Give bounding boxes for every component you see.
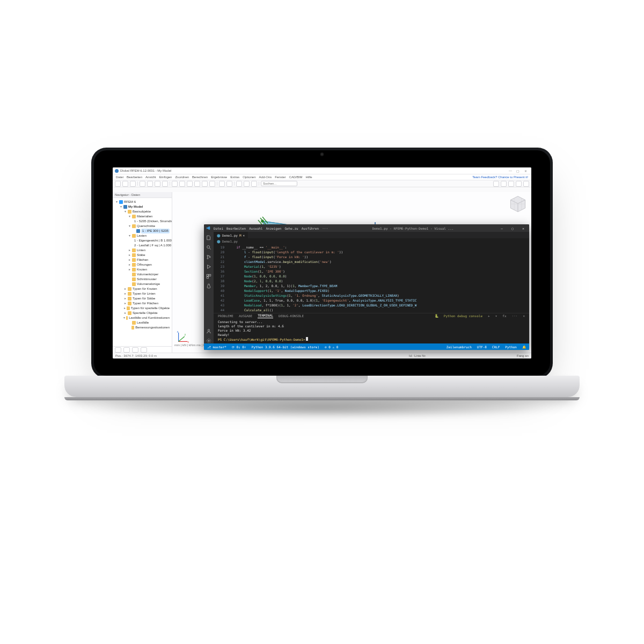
toolbar-button[interactable] [140,181,145,187]
status-wrap[interactable]: Zeilenumbruch [447,345,472,349]
status-python[interactable]: Python 3.9.6 64-bit (windows store) [252,345,319,349]
tree-row[interactable]: ▾Lasten [115,233,170,238]
menu-item[interactable]: Hilfe [306,175,312,179]
navigator-tab[interactable] [123,347,130,353]
tree-row[interactable]: 2 - Lastfall | F sq | A 1.000 sq | T ... [115,243,170,248]
menu-item[interactable]: Ausführen [302,226,319,230]
account-icon[interactable] [206,328,211,334]
toolbar-button[interactable] [179,181,185,187]
toolbar-button[interactable] [130,181,136,187]
editor-tabs[interactable]: ⬤ Demo1.py M × [214,232,529,238]
search-icon[interactable] [206,245,211,250]
toolbar-button[interactable] [236,181,242,187]
extensions-icon[interactable] [206,274,211,279]
rfem-menubar[interactable]: Datei Bearbeiten Ansicht Einfügen Zuordn… [113,174,531,180]
window-maximize-button[interactable]: ▢ [509,226,516,230]
tree-row[interactable]: Schnittmuster [115,277,170,282]
menu-item[interactable]: Gehe.zu [284,226,298,230]
menu-item[interactable]: Auswahl [249,226,262,230]
split-terminal-button[interactable]: fx [502,314,506,318]
vscode-panel[interactable]: PROBLEME AUSGABE TERMINAL DEBUG-KONSOLE … [214,313,529,343]
toolbar-button[interactable] [155,181,160,187]
status-branch[interactable]: ⎇ master* [207,345,226,349]
tree-row[interactable]: ▾RFEM 6 [115,200,170,204]
tree-row[interactable]: Volumenabzüge [115,282,170,287]
menu-item[interactable]: Bearbeiten [226,226,246,230]
tree-row[interactable]: Volumenkörper [115,272,170,277]
new-terminal-button[interactable]: + [488,314,490,318]
terminal-dropdown-button[interactable]: ▾ [495,314,497,318]
vscode-activity-bar[interactable] [204,232,214,343]
tree-row[interactable]: 1 - S235 (Dicken, Stromdichte ... [115,219,170,224]
explorer-icon[interactable] [206,235,211,240]
toolbar-search-input[interactable] [261,181,297,186]
menu-item[interactable]: Bearbeiten [127,175,142,179]
code-content[interactable]: if __name__ == '__main__': l - float(inp… [226,244,529,313]
status-notifications[interactable]: 🔔 [522,345,526,349]
toolbar-button[interactable] [122,181,128,187]
vscode-window[interactable]: Datei Bearbeiten Auswahl Anzeigen Gehe.z… [204,224,529,350]
toolbar-button[interactable] [219,181,225,187]
menu-item[interactable]: CAD/BIM [289,175,303,179]
window-minimize-button[interactable]: — [507,169,514,172]
toolbar-button[interactable] [493,181,499,187]
source-control-icon[interactable] [206,254,211,260]
toolbar-button[interactable] [501,181,507,187]
rfem-toolbar-1[interactable] [113,180,531,187]
feedback-link[interactable]: Team Feedback? Chance to Present it! [472,175,528,179]
tree-row[interactable]: ▸Linien [115,248,170,253]
panel-tab-active[interactable]: TERMINAL [258,313,273,318]
tree-row[interactable]: ▾My Model [115,204,170,209]
menu-item[interactable]: Ansicht [145,175,156,179]
menu-item[interactable]: Datei [116,175,123,179]
toolbar-button[interactable] [202,181,208,187]
tree-row[interactable]: 1 - Eigengewicht | B 1.000 sq | T ... [115,238,170,243]
vscode-menubar[interactable]: Datei Bearbeiten Auswahl Anzeigen Gehe.z… [214,226,328,230]
code-area[interactable]: 1920212223363738394041424344454647 if __… [214,244,529,313]
panel-close-button[interactable]: × [523,314,525,318]
toolbar-button[interactable] [523,181,529,187]
window-close-button[interactable]: ✕ [522,169,529,173]
toolbar-button[interactable] [244,181,250,187]
navigator-tree[interactable]: ▾RFEM 6▾My Model▾Basisobjekte▾Materialie… [113,198,172,346]
panel-tabs[interactable]: PROBLEME AUSGABE TERMINAL DEBUG-KONSOLE … [214,313,529,318]
tree-row[interactable]: Lastfälle [115,320,170,325]
toolbar-button[interactable] [209,181,215,187]
navigator-tab[interactable] [132,347,138,353]
navigator-tab[interactable] [141,347,147,353]
tree-row[interactable]: ▸Typen für Knoten [115,287,170,291]
toolbar-button[interactable] [115,181,121,187]
status-problems[interactable]: ⊘ 0 ⚠ 0 [325,345,338,349]
menu-item[interactable]: Fenster [275,175,286,179]
menu-item[interactable]: Optionen [243,175,255,179]
tree-row[interactable]: ▾Lastfälle und Kombinationen [115,316,170,320]
tree-row[interactable]: ▾Basisobjekte [115,209,170,214]
menu-item[interactable]: Berechnen [192,175,208,179]
run-debug-icon[interactable] [206,264,211,269]
menu-item[interactable]: Extras [230,175,239,179]
rfem-navigator[interactable]: Navigator - Daten ▾RFEM 6▾My Model▾Basis… [113,192,172,353]
window-minimize-button[interactable]: — [498,226,506,230]
panel-more-button[interactable]: ··· [512,314,518,318]
status-sync[interactable]: ⟳ 0↓ 0↑ [232,345,246,349]
menu-item[interactable]: Zuordnen [175,175,189,179]
menu-item[interactable]: ··· [322,226,328,230]
status-eol[interactable]: CRLF [492,345,500,349]
navigator-tab[interactable] [115,347,121,353]
toolbar-button[interactable] [162,181,168,187]
menu-item[interactable]: Anzeigen [266,226,281,230]
tree-row[interactable]: ▸Typen für Flächen [115,301,170,306]
toolbar-button[interactable] [516,181,522,187]
status-language[interactable]: Python [505,345,517,349]
toolbar-button[interactable] [172,181,178,187]
vscode-editor[interactable]: ⬤ Demo1.py M × ⬤ Demo1.py 19202122233637… [214,232,529,343]
editor-tab[interactable]: ⬤ Demo1.py M × [214,232,248,238]
panel-tab[interactable]: AUSGABE [239,314,252,318]
window-close-button[interactable]: ✕ [519,226,527,230]
view-cube[interactable] [509,195,527,214]
toolbar-button[interactable] [187,181,193,187]
rfem-titlebar[interactable]: Dlubal RFEM 6.12.0031 - My Model — ▢ ✕ [113,167,531,174]
breadcrumb[interactable]: ⬤ Demo1.py [214,238,529,244]
toolbar-button[interactable] [226,181,232,187]
menu-item[interactable]: Ergebnisse [211,175,227,179]
